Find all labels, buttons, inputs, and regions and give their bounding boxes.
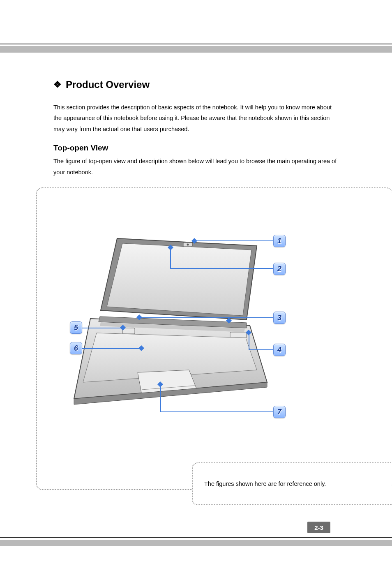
callout-2: 2 bbox=[273, 263, 286, 275]
laptop-illustration bbox=[62, 234, 275, 407]
callout-3: 3 bbox=[273, 312, 286, 324]
svg-rect-8 bbox=[230, 332, 247, 338]
callout-3-label: 3 bbox=[277, 314, 281, 322]
callout-7: 7 bbox=[273, 406, 286, 418]
callout-5: 5 bbox=[70, 321, 82, 334]
callout-7-label: 7 bbox=[277, 408, 281, 416]
leader-2a bbox=[170, 247, 171, 269]
bottom-rule bbox=[0, 537, 392, 538]
callout-1-label: 1 bbox=[277, 237, 281, 245]
top-rule bbox=[0, 44, 392, 44]
page-title: ❖ Product Overview bbox=[53, 79, 341, 90]
bullet-fleuron-icon: ❖ bbox=[53, 80, 62, 89]
callout-6: 6 bbox=[70, 342, 82, 354]
leader-4a bbox=[249, 333, 249, 349]
leader-1 bbox=[196, 240, 273, 241]
intro-paragraph: This section provides the description of… bbox=[53, 102, 341, 134]
page-number: 2-3 bbox=[307, 522, 330, 533]
page-number-text: 2-3 bbox=[314, 524, 323, 531]
subintro-paragraph: The figure of top-open view and descript… bbox=[53, 156, 341, 178]
callout-4: 4 bbox=[273, 344, 286, 356]
page-title-text: Product Overview bbox=[66, 79, 150, 90]
figure-caption-box: The figures shown here are for reference… bbox=[192, 462, 392, 505]
leader-7a bbox=[160, 384, 161, 411]
leader-2b bbox=[170, 268, 273, 269]
leader-7b bbox=[160, 411, 273, 412]
top-band bbox=[0, 46, 392, 53]
callout-4-label: 4 bbox=[277, 346, 281, 354]
leader-6 bbox=[82, 348, 142, 349]
callout-5-label: 5 bbox=[74, 324, 78, 332]
bottom-band bbox=[0, 540, 392, 546]
callout-1: 1 bbox=[273, 235, 286, 247]
leader-4b bbox=[249, 349, 273, 350]
callout-2-label: 2 bbox=[277, 265, 281, 273]
callout-6-label: 6 bbox=[74, 344, 78, 353]
leader-5 bbox=[82, 328, 123, 328]
leader-3 bbox=[140, 317, 273, 318]
figure-caption-text: The figures shown here are for reference… bbox=[204, 481, 326, 487]
svg-point-3 bbox=[187, 244, 189, 246]
svg-marker-1 bbox=[107, 243, 251, 316]
section-subtitle: Top-open View bbox=[53, 143, 341, 153]
